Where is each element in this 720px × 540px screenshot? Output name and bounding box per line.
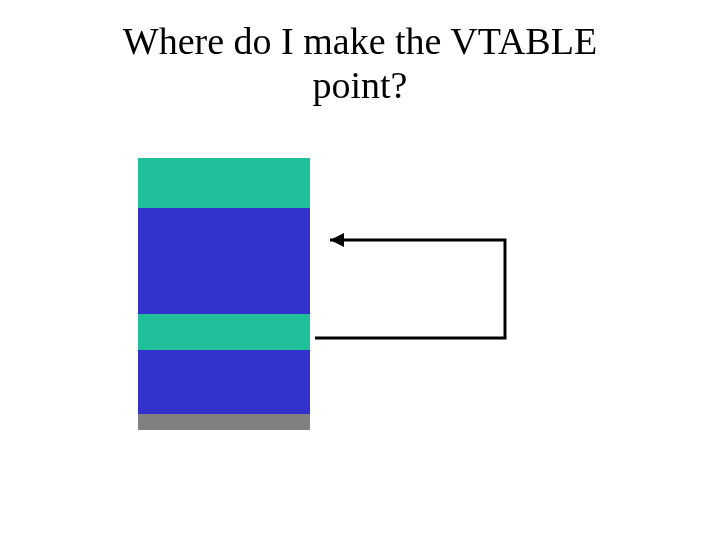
- pointer-arrow: [310, 230, 515, 346]
- seg-blue-2: [138, 350, 310, 414]
- svg-marker-0: [330, 233, 344, 247]
- seg-teal-1: [138, 158, 310, 208]
- title-line-1: Where do I make the VTABLE: [123, 20, 597, 62]
- seg-teal-2: [138, 314, 310, 350]
- slide-title: Where do I make the VTABLE point?: [0, 20, 720, 107]
- seg-gray-1: [138, 414, 310, 430]
- seg-blue-1: [138, 208, 310, 314]
- memory-stack: [138, 158, 310, 430]
- title-line-2: point?: [313, 64, 408, 106]
